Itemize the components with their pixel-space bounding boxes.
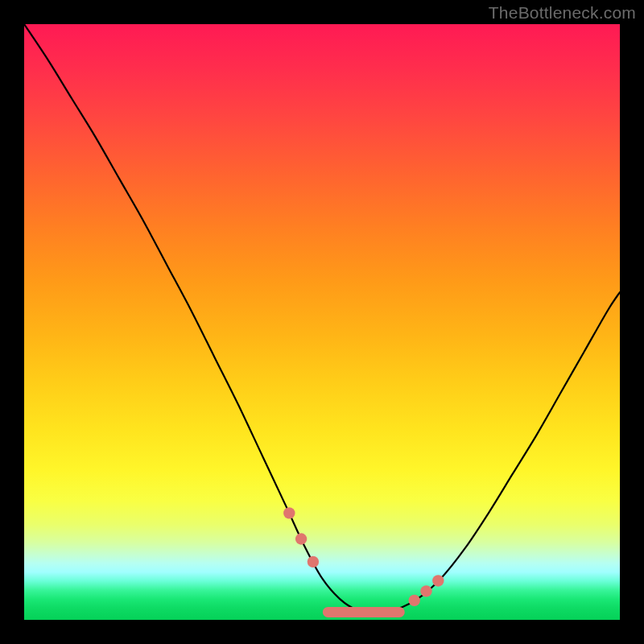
watermark-text: TheBottleneck.com <box>489 3 636 23</box>
bottleneck-curve <box>24 24 620 613</box>
chart-frame: TheBottleneck.com <box>0 0 644 644</box>
plot-area <box>24 24 620 620</box>
curve-layer <box>24 24 620 620</box>
right-marker-cluster <box>409 575 444 606</box>
curve-marker <box>283 507 295 518</box>
curve-marker <box>432 575 444 586</box>
curve-marker <box>308 556 319 568</box>
curve-marker <box>295 533 307 544</box>
left-marker-cluster <box>283 507 319 568</box>
curve-marker <box>409 595 420 606</box>
curve-marker <box>420 585 431 597</box>
